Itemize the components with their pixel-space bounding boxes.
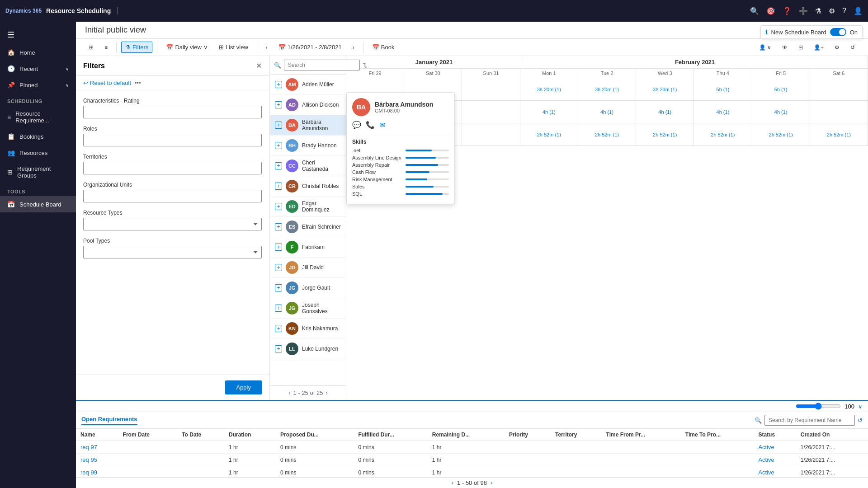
resource-add-icon[interactable]: + <box>275 284 282 291</box>
calendar-cell[interactable]: 2h 52m (1) <box>520 123 578 145</box>
resource-add-icon[interactable]: + <box>275 345 282 352</box>
prev-date-button[interactable]: ‹ <box>262 42 272 53</box>
calendar-cell[interactable]: 3h 20m (1) <box>636 78 694 100</box>
eye-button[interactable]: 👁 <box>778 42 792 53</box>
sort-icon[interactable]: ⇅ <box>363 62 368 69</box>
resource-item[interactable]: + LL Luke Lundgren <box>270 339 346 359</box>
calendar-cell[interactable]: 5h (1) <box>752 78 810 100</box>
characteristics-input[interactable] <box>83 106 262 118</box>
table-column-header[interactable]: Territory <box>551 429 602 441</box>
status-badge[interactable]: Active <box>758 444 774 450</box>
list-view-toggle-button[interactable]: ⊞ List view <box>215 42 252 53</box>
table-column-header[interactable]: From Date <box>118 429 178 441</box>
calendar-cell[interactable]: 2h 52m (1) <box>694 123 752 145</box>
resource-item[interactable]: + AM Adrien Müller <box>270 75 346 95</box>
calendar-cell[interactable]: 4h (1) <box>578 101 636 123</box>
table-column-header[interactable]: Fulfilled Dur... <box>354 429 427 441</box>
resource-add-icon[interactable]: + <box>275 305 282 312</box>
resource-item[interactable]: + JG Jorge Gault <box>270 278 346 298</box>
calendar-cell[interactable]: 5h (1) <box>694 78 752 100</box>
user-icon[interactable]: 👤 <box>854 7 863 15</box>
calendar-cell[interactable]: 4h (1) <box>694 101 752 123</box>
sidebar-item-schedule-board[interactable]: 📅 Schedule Board <box>0 196 76 212</box>
filters-button[interactable]: ⚗ Filters <box>121 42 152 53</box>
hamburger-menu[interactable]: ☰ <box>0 25 76 44</box>
requirement-link[interactable]: req 99 <box>80 469 97 476</box>
status-badge[interactable]: Active <box>758 456 774 463</box>
open-requirements-tab[interactable]: Open Requirements <box>81 416 137 425</box>
email-icon[interactable]: ✉ <box>379 121 385 129</box>
table-column-header[interactable]: Name <box>76 429 118 441</box>
requirement-search-input[interactable] <box>764 415 855 426</box>
resource-add-icon[interactable]: + <box>275 101 282 108</box>
calendar-cell[interactable]: 3h 20m (1) <box>520 78 578 100</box>
resource-add-icon[interactable]: + <box>275 142 282 149</box>
sidebar-item-home[interactable]: 🏠 Home <box>0 44 76 61</box>
table-column-header[interactable]: To Date <box>177 429 224 441</box>
book-button[interactable]: 📅 Book <box>368 42 399 53</box>
pool-types-select[interactable] <box>83 246 262 258</box>
roles-input[interactable] <box>83 134 262 146</box>
resource-item[interactable]: + ED Edgar Dominquez <box>270 197 346 217</box>
table-column-header[interactable]: Priority <box>505 429 551 441</box>
requirement-link[interactable]: req 95 <box>80 456 97 463</box>
territories-input[interactable] <box>83 162 262 174</box>
calendar-cell[interactable]: 2h 52m (1) <box>578 123 636 145</box>
resource-add-icon[interactable]: + <box>275 203 282 210</box>
question-icon[interactable]: ❓ <box>783 7 792 15</box>
grid-view-button[interactable]: ⊞ <box>85 42 98 53</box>
settings-icon[interactable]: ⚙ <box>829 7 835 15</box>
resource-add-icon[interactable]: + <box>275 183 282 190</box>
zoom-slider[interactable] <box>796 403 841 410</box>
target-icon[interactable]: 🎯 <box>766 7 775 15</box>
more-options-icon[interactable]: ••• <box>135 80 141 86</box>
calendar-cell[interactable]: 2h 52m (1) <box>810 123 868 145</box>
resource-view-button[interactable]: 👤 ∨ <box>755 42 775 53</box>
resource-add-icon[interactable]: + <box>275 244 282 251</box>
resource-add-icon[interactable]: + <box>275 223 282 230</box>
prev-page-btn[interactable]: ‹ <box>452 479 453 486</box>
calendar-cell[interactable]: 2h 52m (1) <box>752 123 810 145</box>
calendar-cell[interactable]: 3h 20m (1) <box>578 78 636 100</box>
resource-item[interactable]: + ES Efrain Schreiner <box>270 217 346 237</box>
resource-types-select[interactable] <box>83 218 262 230</box>
plus-icon[interactable]: ➕ <box>799 7 808 15</box>
nsb-toggle[interactable] <box>830 28 846 36</box>
search-icon[interactable]: 🔍 <box>750 7 759 15</box>
table-column-header[interactable]: Status <box>754 429 796 441</box>
resource-add-icon[interactable]: + <box>275 122 282 129</box>
columns-button[interactable]: ⊟ <box>794 42 807 53</box>
resource-item[interactable]: + JG Joseph Gonsalves <box>270 298 346 319</box>
table-column-header[interactable]: Time From Pr... <box>602 429 681 441</box>
next-page-btn[interactable]: › <box>491 479 492 486</box>
expand-icon[interactable]: ∨ <box>858 403 863 410</box>
next-date-button[interactable]: › <box>349 42 359 53</box>
resource-item[interactable]: + KN Kris Nakamura <box>270 319 346 339</box>
resource-item[interactable]: + CC Cheri Castaneda <box>270 156 346 176</box>
prev-page-icon[interactable]: ‹ <box>288 389 290 396</box>
table-column-header[interactable]: Time To Pro... <box>681 429 754 441</box>
resource-add-icon[interactable]: + <box>275 81 282 88</box>
resource-add-icon[interactable]: + <box>275 162 282 169</box>
table-column-header[interactable]: Created On <box>796 429 868 441</box>
resource-add-icon[interactable]: + <box>275 325 282 332</box>
sidebar-item-pinned[interactable]: 📌 Pinned ∨ <box>0 77 76 93</box>
sidebar-item-resource-req[interactable]: ≡ Resource Requireme... <box>0 106 76 128</box>
resource-search-input[interactable] <box>284 60 360 70</box>
chat-icon[interactable]: 💬 <box>352 121 361 129</box>
resource-item[interactable]: + F Fabrikam <box>270 237 346 258</box>
resource-item[interactable]: + JD Jill David <box>270 258 346 278</box>
resource-item[interactable]: + BA Bárbara Amundson <box>270 115 346 136</box>
table-column-header[interactable]: Remaining D... <box>428 429 505 441</box>
requirement-link[interactable]: req 97 <box>80 444 97 450</box>
resource-item[interactable]: + BH Brady Hannon <box>270 136 346 156</box>
filter-icon[interactable]: ⚗ <box>815 7 821 15</box>
table-column-header[interactable]: Duration <box>224 429 276 441</box>
help-icon[interactable]: ? <box>842 7 846 15</box>
next-page-icon[interactable]: › <box>326 389 327 396</box>
person-add-button[interactable]: 👤+ <box>810 42 828 53</box>
calendar-cell[interactable]: 2h 52m (1) <box>636 123 694 145</box>
list-view-button[interactable]: ≡ <box>100 42 112 53</box>
filters-close-button[interactable]: ✕ <box>256 61 262 70</box>
apply-button[interactable]: Apply <box>225 380 262 394</box>
